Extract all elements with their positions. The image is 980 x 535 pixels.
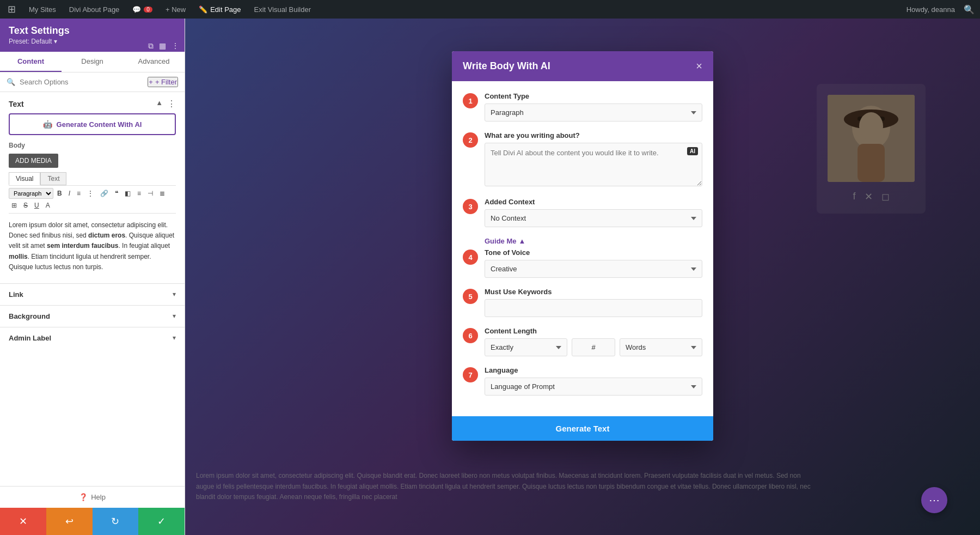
guide-me-row: Guide Me ▲ <box>463 237 702 245</box>
body-text-content: Lorem ipsum dolor sit amet, consectetur … <box>9 214 176 279</box>
pencil-icon: ✏️ <box>199 5 207 14</box>
generate-text-button[interactable]: Generate Text <box>452 416 713 441</box>
italic-button[interactable]: I <box>66 188 73 199</box>
help-link[interactable]: Help <box>91 493 106 501</box>
content-length-label: Content Length <box>485 327 702 335</box>
unordered-list-button[interactable]: ≡ <box>74 188 83 199</box>
underline-button[interactable]: U <box>32 200 42 211</box>
content-length-row: Exactly At Least At Most Words Sentences… <box>485 338 702 356</box>
align-justify-button[interactable]: ≣ <box>157 188 168 199</box>
tab-text[interactable]: Text <box>40 172 66 185</box>
writing-about-textarea[interactable] <box>485 143 702 186</box>
background-expand-icon: ▾ <box>173 312 176 320</box>
section-more-icon[interactable]: ⋮ <box>167 99 176 109</box>
add-media-button[interactable]: ADD MEDIA <box>9 154 58 168</box>
align-center-button[interactable]: ≡ <box>134 188 144 199</box>
step-5-row: 5 Must Use Keywords <box>463 288 702 317</box>
tone-of-voice-label: Tone of Voice <box>485 248 702 257</box>
align-left-button[interactable]: ◧ <box>122 188 133 199</box>
new-link[interactable]: + New <box>163 5 188 14</box>
tab-design[interactable]: Design <box>62 52 123 72</box>
write-body-modal: Write Body With AI × 1 Content Type Para… <box>452 51 713 441</box>
step-4-row: 4 Tone of Voice Creative Professional Ca… <box>463 248 702 278</box>
table-button[interactable]: ⊞ <box>9 200 20 211</box>
modal-body[interactable]: 1 Content Type Paragraph Heading List Qu… <box>452 81 713 416</box>
fab-button[interactable]: ⋯ <box>921 487 947 513</box>
text-section-title: Text <box>9 100 24 108</box>
bold-button[interactable]: B <box>54 188 65 199</box>
content-length-qty-select[interactable]: Exactly At Least At Most <box>485 338 567 356</box>
comments-link[interactable]: 💬 0 <box>130 5 155 14</box>
filter-icon: + <box>149 78 153 86</box>
ordered-list-button[interactable]: ⋮ <box>84 188 96 199</box>
background-section-header[interactable]: Background ▾ <box>0 306 185 327</box>
modal-close-button[interactable]: × <box>696 60 702 72</box>
my-sites-link[interactable]: My Sites <box>27 5 58 14</box>
background-label: Background <box>9 312 50 320</box>
paragraph-select[interactable]: Paragraph <box>9 188 53 199</box>
color-button[interactable]: A <box>43 200 53 211</box>
keywords-input[interactable] <box>485 299 702 317</box>
body-label: Body <box>9 142 176 149</box>
tab-content[interactable]: Content <box>0 52 62 72</box>
step-7-row: 7 Language Language of Prompt English Sp… <box>463 366 702 396</box>
sidebar-tabs: Content Design Advanced <box>0 52 185 72</box>
layout-icon[interactable]: ▦ <box>159 41 166 51</box>
tab-visual[interactable]: Visual <box>9 172 40 185</box>
howdy-user[interactable]: Howdy, deanna <box>904 5 957 14</box>
content-type-select[interactable]: Paragraph Heading List Quote <box>485 104 702 121</box>
copy-icon[interactable]: ⧉ <box>148 41 154 51</box>
admin-label-section: Admin Label ▾ <box>0 327 185 349</box>
save-button[interactable]: ✓ <box>138 508 185 535</box>
step-5-content: Must Use Keywords <box>485 288 702 317</box>
content-length-number-input[interactable] <box>572 338 615 356</box>
language-select[interactable]: Language of Prompt English Spanish Frenc… <box>485 378 702 396</box>
more-options-icon[interactable]: ⋮ <box>171 41 179 51</box>
search-bar: 🔍 + + Filter <box>0 72 185 92</box>
comments-icon: 💬 <box>132 5 141 14</box>
collapse-icon[interactable]: ▲ <box>156 99 163 109</box>
undo-button[interactable]: ↩ <box>46 508 93 535</box>
link-section-header[interactable]: Link ▾ <box>0 284 185 305</box>
ai-icon: 🤖 <box>43 120 52 129</box>
added-context-select[interactable]: No Context Page Context Section Context <box>485 209 702 227</box>
search-icon: 🔍 <box>7 78 15 86</box>
step-7-content: Language Language of Prompt English Span… <box>485 366 702 396</box>
divi-about-page-link[interactable]: Divi About Page <box>67 5 122 14</box>
generate-ai-button[interactable]: 🤖 Generate Content With AI <box>9 113 176 135</box>
tone-of-voice-select[interactable]: Creative Professional Casual Formal Humo… <box>485 260 702 278</box>
keywords-label: Must Use Keywords <box>485 288 702 296</box>
step-6-content: Content Length Exactly At Least At Most … <box>485 327 702 356</box>
admin-bar-right: Howdy, deanna 🔍 <box>904 4 975 15</box>
writing-about-label: What are you writing about? <box>485 131 702 139</box>
align-right-button[interactable]: ⊣ <box>145 188 156 199</box>
text-section-header: Text ▲ ⋮ <box>0 92 185 113</box>
link-expand-icon: ▾ <box>173 290 176 298</box>
quote-button[interactable]: ❝ <box>112 188 121 199</box>
filter-button[interactable]: + + Filter <box>148 77 178 87</box>
search-input[interactable] <box>20 78 143 86</box>
link-button[interactable]: 🔗 <box>97 188 111 199</box>
exit-visual-builder-link[interactable]: Exit Visual Builder <box>252 5 314 14</box>
added-context-label: Added Context <box>485 198 702 206</box>
strikethrough-button[interactable]: S <box>21 200 30 211</box>
guide-me-button[interactable]: Guide Me ▲ <box>485 237 702 245</box>
link-section: Link ▾ <box>0 283 185 305</box>
content-length-unit-select[interactable]: Words Sentences Paragraphs <box>620 338 702 356</box>
admin-label-section-header[interactable]: Admin Label ▾ <box>0 327 185 349</box>
redo-button[interactable]: ↻ <box>93 508 139 535</box>
admin-search-icon[interactable]: 🔍 <box>964 4 975 15</box>
modal-overlay: Write Body With AI × 1 Content Type Para… <box>185 19 980 535</box>
edit-page-link[interactable]: ✏️ Edit Page <box>197 5 243 14</box>
editor-toolbar: Paragraph B I ≡ ⋮ 🔗 ❝ ◧ ≡ ⊣ ≣ ⊞ S U A <box>9 185 176 214</box>
modal-title: Write Body With AI <box>463 60 550 72</box>
wp-logo-icon[interactable]: ⊞ <box>5 3 18 15</box>
tab-advanced[interactable]: Advanced <box>123 52 185 72</box>
ai-badge: AI <box>687 147 698 155</box>
step-3-content: Added Context No Context Page Context Se… <box>485 198 702 227</box>
comment-count: 0 <box>144 7 152 13</box>
step-3-row: 3 Added Context No Context Page Context … <box>463 198 702 227</box>
cancel-button[interactable]: ✕ <box>0 508 46 535</box>
step-4-content: Tone of Voice Creative Professional Casu… <box>485 248 702 278</box>
background-section: Background ▾ <box>0 305 185 327</box>
